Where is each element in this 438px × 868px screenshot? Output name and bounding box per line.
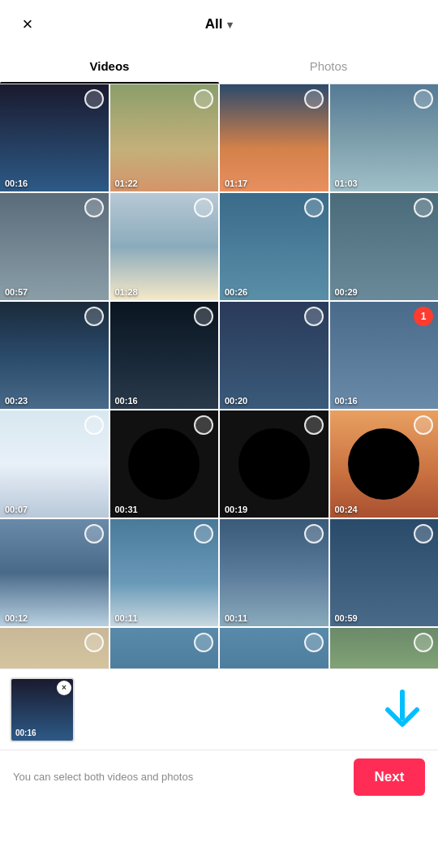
select-circle[interactable] [194,633,213,652]
select-circle[interactable] [304,307,324,326]
grid-item-20[interactable]: 00:59 [330,519,439,626]
video-duration: 00:20 [225,396,247,406]
selected-thumbnail[interactable]: 00:16 × [10,677,75,742]
select-circle[interactable] [194,524,213,544]
grid-item-6[interactable]: 01:28 [110,193,219,300]
media-grid: 00:1601:2201:1701:0300:5701:2800:2600:29… [0,84,438,668]
privacy-overlay [238,428,310,500]
action-bar: You can select both videos and photos Ne… [0,750,438,803]
video-duration: 01:22 [115,178,138,188]
grid-item-16[interactable]: 00:24 [330,410,439,518]
grid-item-13[interactable]: 00:07 [0,410,109,518]
grid-item-23[interactable] [220,628,328,668]
select-circle[interactable] [414,524,433,544]
grid-item-7[interactable]: 00:26 [220,193,328,300]
video-duration: 00:16 [5,178,28,188]
select-circle[interactable] [414,415,433,435]
grid-item-8[interactable]: 00:29 [330,193,439,300]
filter-dropdown[interactable]: All ▾ [205,16,234,32]
grid-item-24[interactable] [330,628,439,668]
select-circle[interactable] [84,89,104,109]
close-button[interactable]: × [13,10,42,39]
select-circle[interactable] [194,198,213,217]
selected-thumb-duration: 00:16 [15,728,36,737]
video-duration: 00:12 [5,613,28,623]
remove-selected-button[interactable]: × [57,681,71,695]
select-circle[interactable] [304,198,324,217]
video-duration: 00:24 [335,505,358,514]
privacy-overlay [348,428,419,500]
grid-item-12[interactable]: 00:161 [330,302,439,409]
grid-item-14[interactable]: 00:31 [110,410,219,518]
grid-item-17[interactable]: 00:12 [0,519,109,626]
select-circle[interactable] [304,524,324,544]
grid-item-15[interactable]: 00:19 [220,410,328,518]
grid-item-5[interactable]: 00:57 [0,193,109,300]
select-circle[interactable] [194,89,213,109]
select-circle[interactable] [84,198,104,217]
video-duration: 00:31 [115,505,138,514]
video-duration: 00:11 [115,613,138,623]
video-duration: 00:57 [5,287,28,297]
grid-item-21[interactable] [0,628,109,668]
hint-text: You can select both videos and photos [13,771,193,783]
select-circle[interactable] [84,524,104,544]
select-circle[interactable] [304,633,324,652]
next-button[interactable]: Next [354,758,425,796]
filter-label: All [205,16,223,32]
video-duration: 01:03 [335,178,358,188]
select-circle[interactable] [414,633,433,652]
select-circle[interactable] [414,89,433,109]
grid-item-22[interactable] [110,628,219,668]
tab-videos[interactable]: Videos [0,49,219,84]
tab-bar: Videos Photos [0,49,438,84]
video-duration: 01:17 [225,178,247,188]
grid-item-18[interactable]: 00:11 [110,519,219,626]
grid-item-19[interactable]: 00:11 [220,519,328,626]
video-duration: 00:11 [225,613,247,623]
grid-item-3[interactable]: 01:17 [220,84,328,191]
select-circle[interactable]: 1 [414,307,433,326]
select-circle[interactable] [414,198,433,217]
grid-item-2[interactable]: 01:22 [110,84,219,191]
video-duration: 00:26 [225,287,247,297]
grid-item-4[interactable]: 01:03 [330,84,439,191]
video-duration: 00:07 [5,505,28,514]
header: × All ▾ [0,0,438,49]
video-duration: 00:16 [335,396,358,406]
download-button[interactable] [376,684,428,736]
select-circle[interactable] [84,307,104,326]
video-duration: 00:59 [335,613,358,623]
select-circle[interactable] [304,415,324,435]
select-circle[interactable] [84,633,104,652]
selected-bar: 00:16 × [0,668,438,750]
grid-item-9[interactable]: 00:23 [0,302,109,409]
video-duration: 00:29 [335,287,358,297]
tab-photos[interactable]: Photos [219,49,438,84]
video-duration: 00:19 [225,505,247,514]
chevron-down-icon: ▾ [227,19,233,31]
grid-item-1[interactable]: 00:16 [0,84,109,191]
grid-item-10[interactable]: 00:16 [110,302,219,409]
grid-item-11[interactable]: 00:20 [220,302,328,409]
video-duration: 01:28 [115,287,138,297]
video-duration: 00:23 [5,396,28,406]
privacy-overlay [128,428,200,500]
select-circle[interactable] [194,415,213,435]
select-circle[interactable] [304,89,324,109]
select-circle[interactable] [84,415,104,435]
video-duration: 00:16 [115,396,138,406]
select-circle[interactable] [194,307,213,326]
